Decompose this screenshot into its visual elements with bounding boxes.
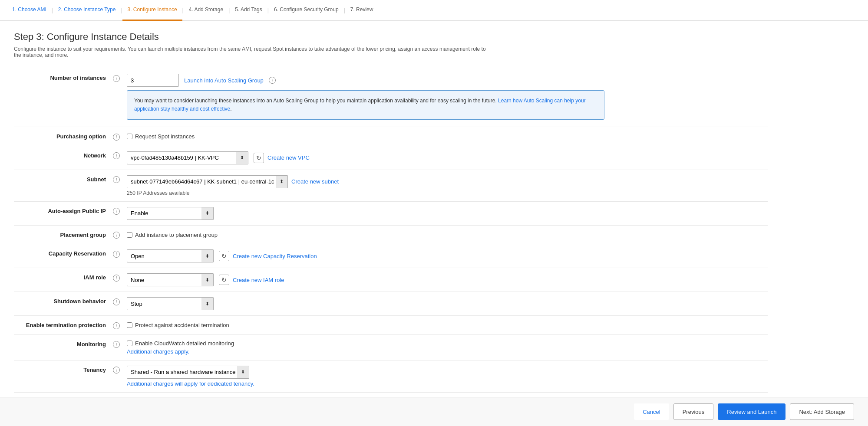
iam-role-label: IAM role [14,268,109,292]
previous-button[interactable]: Previous [673,403,714,420]
nav-step-choose-ami[interactable]: 1. Choose AMI [7,0,52,21]
auto-assign-ip-select[interactable]: Enable [127,207,214,220]
shutdown-behavior-row: Shutdown behavior i Stop ⬍ [14,292,768,316]
subnet-row: Subnet i subnet-077149eb664d64c67 | KK-s… [14,170,768,201]
termination-protection-info-icon[interactable]: i [113,322,120,329]
nav-step-choose-instance-type[interactable]: 2. Choose Instance Type [53,0,121,21]
create-capacity-link[interactable]: Create new Capacity Reservation [233,253,317,259]
tenancy-select[interactable]: Shared - Run a shared hardware instance [127,366,249,379]
request-spot-label: Request Spot instances [135,133,195,140]
auto-assign-ip-label: Auto-assign Public IP [14,201,109,225]
monitoring-info-icon[interactable]: i [113,341,120,348]
tenancy-label: Tenancy [14,360,109,392]
info-box-text: You may want to consider launching these… [134,98,497,104]
shutdown-behavior-label: Shutdown behavior [14,292,109,316]
create-vpc-link[interactable]: Create new VPC [267,154,310,161]
shutdown-behavior-select[interactable]: Stop [127,297,214,310]
termination-protection-checkbox[interactable] [127,322,132,328]
auto-scaling-info-icon[interactable]: i [269,77,276,84]
next-add-storage-button[interactable]: Next: Add Storage [790,403,854,420]
placement-group-row: Placement group i Add instance to placem… [14,225,768,244]
subnet-select-wrap: subnet-077149eb664d64c67 | KK-subnet1 | … [127,175,288,188]
request-spot-checkbox[interactable] [127,134,132,139]
termination-protection-row: Enable termination protection i Protect … [14,316,768,335]
subnet-label: Subnet [14,170,109,201]
termination-protection-label: Enable termination protection [14,316,109,335]
network-select-wrap: vpc-0fad485130a48b159 | KK-VPC ⬍ [127,151,248,164]
auto-scaling-info-box: You may want to consider launching these… [127,90,604,120]
capacity-reservation-row: Capacity Reservation i Open ⬍ ↻ Create n… [14,244,768,268]
number-of-instances-input[interactable] [127,74,179,87]
nav-step-add-storage[interactable]: 4. Add Storage [184,0,228,21]
network-refresh-icon[interactable]: ↻ [254,153,264,163]
capacity-reservation-select-wrap: Open ⬍ [127,249,214,262]
capacity-reservation-select[interactable]: Open [127,249,214,262]
shutdown-behavior-select-wrap: Stop ⬍ [127,297,214,310]
subnet-select[interactable]: subnet-077149eb664d64c67 | KK-subnet1 | … [127,175,288,188]
tenancy-info-icon[interactable]: i [113,367,120,374]
iam-role-select[interactable]: None [127,273,214,286]
termination-protection-label-text: Protect against accidental termination [135,322,229,328]
nav-step-add-tags[interactable]: 5. Add Tags [230,0,267,21]
network-row: Network i vpc-0fad485130a48b159 | KK-VPC… [14,146,768,170]
capacity-reservation-refresh-icon[interactable]: ↻ [219,251,229,261]
monitoring-label: Monitoring [14,334,109,360]
request-spot-checkbox-row: Request Spot instances [127,133,764,140]
create-subnet-link[interactable]: Create new subnet [291,178,339,185]
auto-assign-ip-info-icon[interactable]: i [113,208,120,215]
monitoring-checkbox[interactable] [127,341,132,346]
tenancy-note[interactable]: Additional charges will apply for dedica… [127,380,254,387]
placement-group-label-text: Add instance to placement group [135,232,218,238]
iam-role-info-icon[interactable]: i [113,275,120,282]
wizard-nav: 1. Choose AMI | 2. Choose Instance Type … [0,0,868,21]
number-of-instances-label: Number of instances [14,69,109,127]
purchasing-option-info-icon[interactable]: i [113,134,120,141]
monitoring-checkbox-row: Enable CloudWatch detailed monitoring [127,340,764,347]
review-launch-button[interactable]: Review and Launch [718,403,785,420]
nav-step-configure-instance[interactable]: 3. Configure Instance [122,0,182,21]
cancel-button[interactable]: Cancel [634,403,669,420]
network-label: Network [14,146,109,170]
termination-protection-checkbox-row: Protect against accidental termination [127,322,764,328]
page-title: Step 3: Configure Instance Details [14,31,768,43]
tenancy-row: Tenancy i Shared - Run a shared hardware… [14,360,768,392]
page-description: Configure the instance to suit your requ… [14,46,492,58]
main-content: Step 3: Configure Instance Details Confi… [0,21,782,426]
placement-group-label: Placement group [14,225,109,244]
capacity-reservation-info-icon[interactable]: i [113,251,120,258]
create-iam-link[interactable]: Create new IAM role [233,277,284,283]
subnet-info-icon[interactable]: i [113,176,120,183]
network-info-icon[interactable]: i [113,152,120,159]
capacity-reservation-label: Capacity Reservation [14,244,109,268]
network-select[interactable]: vpc-0fad485130a48b159 | KK-VPC [127,151,248,164]
purchasing-option-row: Purchasing option i Request Spot instanc… [14,127,768,146]
iam-role-refresh-icon[interactable]: ↻ [219,275,229,285]
placement-group-checkbox[interactable] [127,232,132,238]
shutdown-behavior-info-icon[interactable]: i [113,298,120,305]
iam-role-row: IAM role i None ⬍ ↻ Create new IAM role [14,268,768,292]
subnet-ip-note: 250 IP Addresses available [127,190,764,196]
tenancy-select-wrap: Shared - Run a shared hardware instance … [127,366,249,379]
additional-charges-link[interactable]: Additional charges apply. [127,348,189,355]
launch-auto-scaling-link[interactable]: Launch into Auto Scaling Group [184,77,264,84]
purchasing-option-label: Purchasing option [14,127,109,146]
number-of-instances-row: Number of instances i Launch into Auto S… [14,69,768,127]
placement-group-checkbox-row: Add instance to placement group [127,232,764,238]
iam-role-select-wrap: None ⬍ [127,273,214,286]
action-bar: Cancel Previous Review and Launch Next: … [0,397,868,426]
placement-group-info-icon[interactable]: i [113,232,120,239]
monitoring-row: Monitoring i Enable CloudWatch detailed … [14,334,768,360]
nav-step-review[interactable]: 7. Review [345,0,379,21]
auto-assign-ip-select-wrap: Enable ⬍ [127,207,214,220]
configure-form: Number of instances i Launch into Auto S… [14,69,768,393]
number-of-instances-info-icon[interactable]: i [113,75,120,82]
monitoring-label-text: Enable CloudWatch detailed monitoring [135,340,234,347]
nav-step-configure-security-group[interactable]: 6. Configure Security Group [269,0,344,21]
auto-assign-ip-row: Auto-assign Public IP i Enable ⬍ [14,201,768,225]
